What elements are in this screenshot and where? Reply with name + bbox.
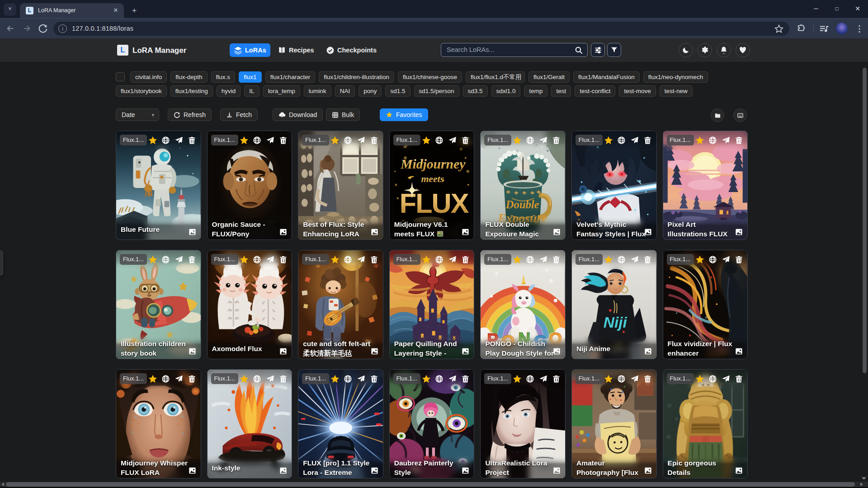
svg-text:Midjourney: Midjourney: [400, 157, 466, 171]
svg-text:meets: meets: [421, 174, 444, 184]
svg-text:Double: Double: [505, 198, 539, 211]
svg-text:FLUX: FLUX: [400, 188, 469, 219]
svg-text:Niji: Niji: [604, 314, 627, 331]
